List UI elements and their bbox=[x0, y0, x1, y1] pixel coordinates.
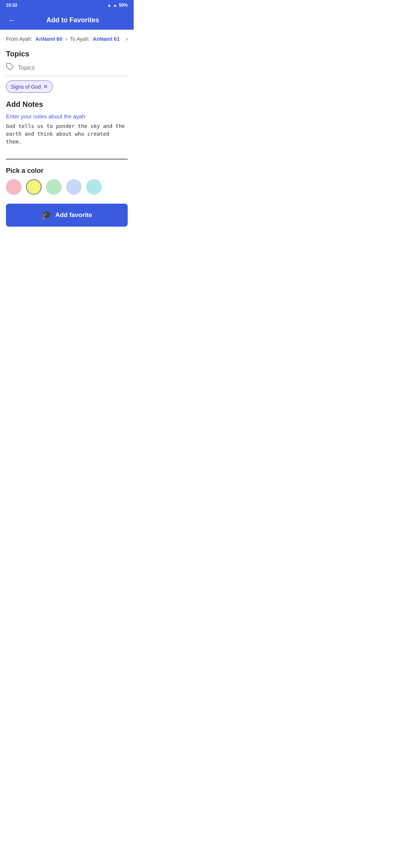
status-icons: ▲ ▲ 50% bbox=[107, 3, 128, 8]
topics-section: Topics Signs of God ✕ bbox=[6, 50, 128, 93]
from-ayah-label: From Ayah: bbox=[6, 36, 32, 42]
page-title: Add to Favorites bbox=[18, 16, 128, 24]
notes-section: Add Notes Enter your notes about the aya… bbox=[6, 100, 128, 161]
notes-heading: Add Notes bbox=[6, 100, 128, 109]
topics-heading: Topics bbox=[6, 50, 128, 58]
ayah-range-row: From Ayah: AnNaml 60 › To Ayah: AnNaml 6… bbox=[6, 36, 128, 42]
tag-label: Signs of God bbox=[11, 84, 41, 90]
color-option-green[interactable] bbox=[46, 179, 62, 195]
color-option-pink[interactable] bbox=[6, 179, 22, 195]
color-heading: Pick a color bbox=[6, 167, 128, 175]
add-favorite-button[interactable]: 🎓 Add favorite bbox=[6, 204, 128, 227]
chevron-right-icon: › bbox=[65, 36, 67, 42]
status-time: 10:32 bbox=[6, 3, 17, 8]
to-ayah-label: To Ayah: bbox=[70, 36, 89, 42]
to-ayah-chevron: › bbox=[126, 36, 128, 42]
tag-chip-signs-of-god[interactable]: Signs of God ✕ bbox=[6, 80, 53, 93]
status-bar: 10:32 ▲ ▲ 50% bbox=[0, 0, 134, 10]
battery-label: 50% bbox=[119, 3, 128, 8]
notes-placeholder-text: Enter your notes about the ayah bbox=[6, 113, 128, 119]
color-option-yellow[interactable] bbox=[26, 179, 42, 195]
color-option-blue[interactable] bbox=[66, 179, 82, 195]
main-content: From Ayah: AnNaml 60 › To Ayah: AnNaml 6… bbox=[0, 30, 134, 233]
topics-input-row bbox=[6, 63, 128, 76]
app-bar: ← Add to Favorites bbox=[0, 10, 134, 30]
tag-icon bbox=[6, 63, 14, 73]
color-section: Pick a color bbox=[6, 167, 128, 195]
notes-textarea[interactable]: God tells us to ponder the sky and the e… bbox=[6, 122, 128, 160]
tags-container: Signs of God ✕ bbox=[6, 80, 128, 93]
wifi-icon: ▲ bbox=[107, 3, 111, 8]
color-options bbox=[6, 179, 128, 195]
add-favorite-label: Add favorite bbox=[55, 211, 92, 219]
back-button[interactable]: ← bbox=[6, 14, 18, 26]
from-ayah-value[interactable]: AnNaml 60 bbox=[35, 36, 62, 42]
remove-tag-icon[interactable]: ✕ bbox=[43, 83, 48, 90]
color-option-teal[interactable] bbox=[86, 179, 102, 195]
topics-input[interactable] bbox=[18, 65, 128, 71]
graduation-icon: 🎓 bbox=[42, 210, 52, 220]
to-ayah-value[interactable]: AnNaml 61 bbox=[93, 36, 120, 42]
signal-icon: ▲ bbox=[113, 3, 117, 8]
